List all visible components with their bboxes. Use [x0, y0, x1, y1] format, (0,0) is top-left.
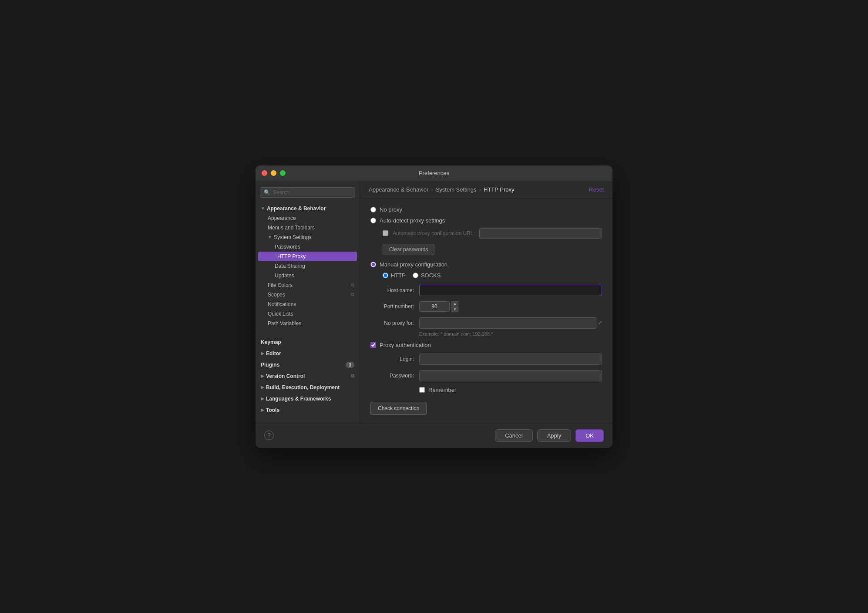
manual-proxy-label: Manual proxy configuration	[380, 261, 447, 268]
help-button[interactable]: ?	[264, 431, 274, 440]
copy-icon: ⧉	[351, 282, 354, 288]
expand-arrow-system: ▼	[268, 235, 272, 239]
sidebar-item-version-control[interactable]: ▶ Version Control ⧉	[256, 371, 360, 381]
expand-arrow-editor: ▶	[261, 351, 264, 356]
sidebar-item-plugins[interactable]: Plugins 3	[256, 360, 360, 370]
traffic-lights	[262, 170, 286, 176]
remember-label: Remember	[428, 387, 456, 393]
footer-buttons: Cancel Apply OK	[495, 429, 604, 442]
http-radio[interactable]	[383, 273, 388, 278]
http-label: HTTP	[391, 272, 406, 279]
minimize-button[interactable]	[271, 170, 276, 176]
cancel-button[interactable]: Cancel	[495, 429, 532, 442]
breadcrumb-segment-1: Appearance & Behavior	[369, 186, 428, 193]
proxy-auth-checkbox[interactable]	[370, 342, 376, 348]
sidebar-item-editor[interactable]: ▶ Editor	[256, 349, 360, 358]
sidebar-item-quick-lists[interactable]: Quick Lists	[256, 309, 360, 319]
login-label: Login:	[370, 356, 414, 362]
breadcrumb-bar: Appearance & Behavior › System Settings …	[360, 181, 612, 199]
no-proxy-radio[interactable]	[370, 207, 376, 212]
preferences-window: Preferences 🔍 ▼ Appearance & Behavior Ap…	[256, 165, 612, 448]
ok-button[interactable]: OK	[575, 429, 604, 442]
auto-detect-row: Auto-detect proxy settings	[370, 217, 602, 224]
auto-config-label: Automatic proxy configuration URL:	[393, 230, 475, 236]
no-proxy-for-label: No proxy for:	[370, 320, 414, 326]
breadcrumb-segment-3: HTTP Proxy	[484, 186, 515, 193]
main-panel: Appearance & Behavior › System Settings …	[360, 181, 612, 423]
no-proxy-for-input[interactable]	[419, 317, 596, 329]
remember-row: Remember	[419, 387, 602, 393]
port-number-row: Port number: ▲ ▼	[370, 301, 602, 312]
sidebar-item-scopes[interactable]: Scopes ⧉	[256, 290, 360, 300]
sidebar-item-updates[interactable]: Updates	[256, 271, 360, 280]
sidebar-item-keymap[interactable]: Keymap	[256, 337, 360, 347]
manual-proxy-radio[interactable]	[370, 262, 376, 267]
sidebar-item-languages[interactable]: ▶ Languages & Frameworks	[256, 394, 360, 404]
breadcrumb: Appearance & Behavior › System Settings …	[369, 186, 515, 193]
proxy-auth-label: Proxy authentication	[380, 342, 431, 348]
breadcrumb-segment-2: System Settings	[436, 186, 477, 193]
sidebar-item-system-settings[interactable]: ▼ System Settings	[256, 232, 360, 242]
port-down-button[interactable]: ▼	[451, 307, 458, 312]
expand-arrow-tools: ▶	[261, 408, 264, 412]
sidebar-item-path-variables[interactable]: Path Variables	[256, 319, 360, 328]
sidebar-item-appearance[interactable]: Appearance	[256, 213, 360, 223]
check-connection-button[interactable]: Check connection	[370, 402, 427, 415]
sidebar-item-data-sharing[interactable]: Data Sharing	[256, 261, 360, 271]
expand-arrow-build: ▶	[261, 385, 264, 390]
socks-radio[interactable]	[413, 273, 418, 278]
sidebar-item-http-proxy[interactable]: HTTP Proxy	[258, 252, 357, 261]
reset-button[interactable]: Reset	[589, 186, 604, 193]
apply-button[interactable]: Apply	[537, 429, 572, 442]
maximize-button[interactable]	[280, 170, 286, 176]
main-content: 🔍 ▼ Appearance & Behavior Appearance Men…	[256, 181, 612, 423]
clear-passwords-button[interactable]: Clear passwords	[383, 244, 434, 255]
sidebar-item-build[interactable]: ▶ Build, Execution, Deployment	[256, 383, 360, 392]
auto-config-url-input[interactable]	[479, 228, 602, 239]
close-button[interactable]	[262, 170, 267, 176]
search-icon: 🔍	[264, 189, 270, 195]
port-up-button[interactable]: ▲	[451, 301, 458, 306]
panel-body: No proxy Auto-detect proxy settings Auto…	[360, 199, 612, 423]
auto-config-row: Automatic proxy configuration URL:	[383, 228, 602, 239]
socks-label: SOCKS	[421, 272, 441, 279]
auto-detect-radio[interactable]	[370, 218, 376, 223]
login-row: Login:	[370, 354, 602, 365]
sidebar-item-menus-toolbars[interactable]: Menus and Toolbars	[256, 223, 360, 232]
port-row: ▲ ▼	[419, 301, 458, 312]
port-spinner: ▲ ▼	[451, 301, 458, 312]
breadcrumb-sep-1: ›	[431, 186, 433, 193]
expand-arrow-lang: ▶	[261, 396, 264, 401]
search-input[interactable]	[273, 189, 351, 195]
login-input[interactable]	[419, 354, 602, 365]
sidebar-item-appearance-behavior[interactable]: ▼ Appearance & Behavior	[256, 204, 360, 213]
auto-config-checkbox[interactable]	[383, 230, 388, 236]
sidebar-item-notifications[interactable]: Notifications	[256, 300, 360, 309]
port-input[interactable]	[419, 301, 450, 312]
host-name-input[interactable]	[419, 285, 602, 296]
socks-option: SOCKS	[413, 272, 441, 279]
search-box[interactable]: 🔍	[260, 187, 355, 198]
remember-checkbox[interactable]	[419, 387, 425, 393]
http-option: HTTP	[383, 272, 406, 279]
no-proxy-for-row: No proxy for: ⤢	[370, 317, 602, 329]
copy-icon-vc: ⧉	[351, 373, 354, 379]
footer: ? Cancel Apply OK	[256, 423, 612, 448]
sidebar-item-passwords[interactable]: Passwords	[256, 242, 360, 252]
titlebar: Preferences	[256, 165, 612, 181]
sidebar-item-file-colors[interactable]: File Colors ⧉	[256, 280, 360, 290]
no-proxy-label: No proxy	[380, 206, 402, 213]
plugins-badge: 3	[346, 362, 354, 368]
expand-icon[interactable]: ⤢	[598, 320, 602, 326]
copy-icon-scopes: ⧉	[351, 292, 354, 297]
breadcrumb-sep-2: ›	[479, 186, 481, 193]
auto-detect-label: Auto-detect proxy settings	[380, 217, 445, 224]
sidebar-item-tools[interactable]: ▶ Tools	[256, 405, 360, 415]
password-input[interactable]	[419, 370, 602, 381]
password-row: Password:	[370, 370, 602, 381]
no-proxy-row: No proxy	[370, 206, 602, 213]
port-number-label: Port number:	[370, 303, 414, 310]
proxy-auth-row: Proxy authentication	[370, 342, 602, 348]
expand-arrow: ▼	[261, 206, 265, 211]
host-name-label: Host name:	[370, 287, 414, 293]
